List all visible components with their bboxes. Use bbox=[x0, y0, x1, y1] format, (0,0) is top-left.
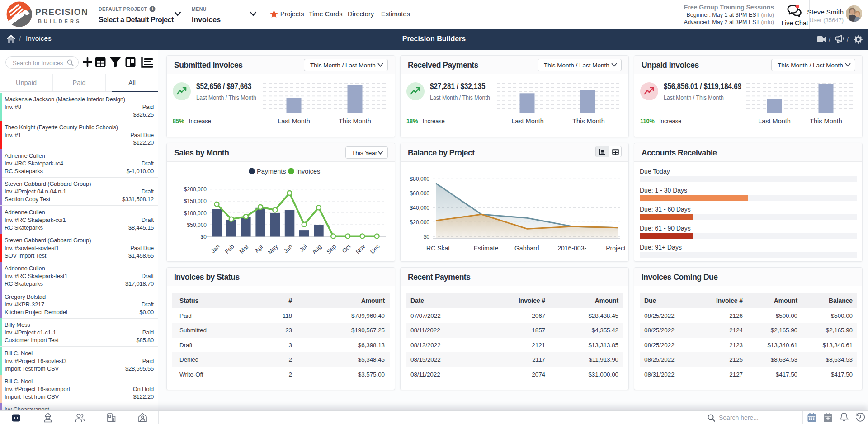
svg-text:i: i bbox=[152, 7, 153, 11]
